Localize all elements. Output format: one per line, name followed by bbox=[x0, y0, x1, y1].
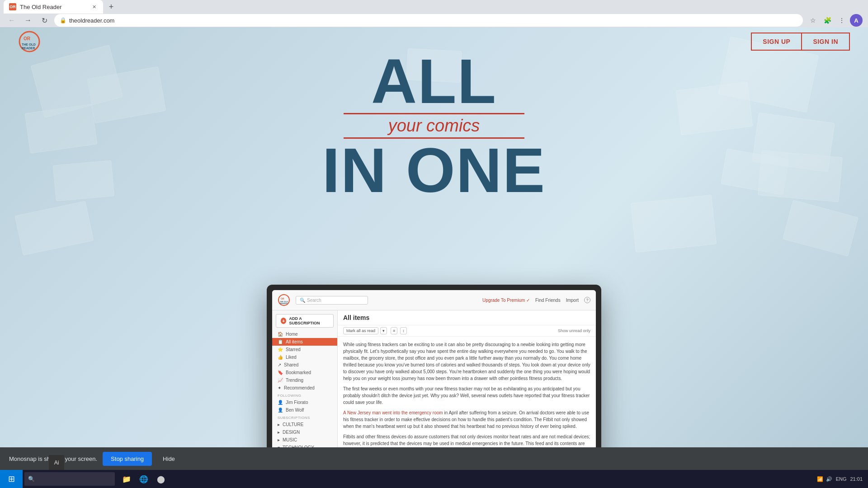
browser-actions: ☆ 🧩 ⋮ A bbox=[807, 14, 863, 27]
add-subscription-label: ADD A SUBSCRIPTION bbox=[289, 316, 329, 325]
subscriptions-section-label: SUBSCRIPTIONS bbox=[272, 414, 337, 421]
import-link[interactable]: Import bbox=[566, 298, 579, 303]
taskbar-language: ENG bbox=[836, 476, 847, 482]
following-section-label: FOLLOWING bbox=[272, 392, 337, 399]
sidebar-item-home[interactable]: 🏠 Home bbox=[272, 330, 337, 338]
sidebar-item-liked[interactable]: 👍 Liked bbox=[272, 353, 337, 361]
content-para-1: While using fitness trackers can be exci… bbox=[343, 341, 590, 382]
signin-button[interactable]: SIGN IN bbox=[801, 33, 850, 51]
logo-icon: OR THE OLD READER bbox=[18, 30, 41, 53]
content-para-3: A New Jersey man went into the emergency… bbox=[343, 409, 590, 430]
upgrade-btn[interactable]: Upgrade To Premium ✓ bbox=[482, 298, 530, 303]
sidebar-item-music[interactable]: ▸ MUSIC bbox=[272, 436, 337, 444]
screenshot-sidebar: + ADD A SUBSCRIPTION 🏠 Home 📋 All items … bbox=[272, 310, 338, 471]
site-nav: OR THE OLD READER SIGN UP SIGN IN bbox=[0, 27, 868, 56]
mark-all-read-btn[interactable]: Mark all as read bbox=[343, 327, 378, 334]
sidebar-item-bookmarked[interactable]: 🔖 Bookmarked bbox=[272, 369, 337, 376]
sidebar-item-trending[interactable]: 📈 Trending bbox=[272, 376, 337, 384]
sidebar-item-design[interactable]: ▸ DESIGN bbox=[272, 428, 337, 436]
screenshot-logo-icon: OR THE OLD READER bbox=[278, 294, 290, 306]
bookmarked-icon: 🔖 bbox=[278, 370, 283, 375]
url-text: theoldreader.com bbox=[69, 17, 114, 24]
taskbar-search[interactable]: 🔍 bbox=[24, 472, 115, 486]
plus-icon: + bbox=[281, 318, 286, 324]
content-link[interactable]: A New Jersey man went into the emergency… bbox=[343, 410, 443, 415]
signup-button[interactable]: SIGN UP bbox=[751, 33, 801, 51]
browser-tab[interactable]: OR The Old Reader ✕ bbox=[4, 0, 103, 14]
tab-title: The Old Reader bbox=[20, 4, 62, 10]
site-logo: OR THE OLD READER bbox=[18, 30, 41, 53]
show-unread-toggle[interactable]: Show unread only bbox=[558, 328, 590, 333]
sidebar-item-recommended[interactable]: ✦ Recommended bbox=[272, 384, 337, 392]
back-btn[interactable]: ← bbox=[5, 14, 18, 27]
system-tray-icons: 📶 🔊 bbox=[817, 476, 832, 482]
screenshot-toolbar: Mark all as read ▾ ≡ ↕ Show unread only bbox=[338, 325, 596, 337]
user-icon-2: 👤 bbox=[278, 408, 283, 413]
volume-icon: 🔊 bbox=[826, 476, 832, 482]
ai-label: Ai bbox=[49, 455, 64, 470]
sharing-bar: Monosnap is sharing your screen. Stop sh… bbox=[0, 447, 868, 470]
screenshot-main-header: All items bbox=[338, 310, 596, 325]
app-screenshot: OR THE OLD READER 🔍 Search Upgrade To Pr… bbox=[267, 285, 601, 471]
taskbar-time: 21:01 bbox=[850, 476, 863, 482]
svg-text:READER: READER bbox=[280, 302, 288, 305]
hero-subtitle: your comics bbox=[0, 116, 868, 136]
hide-sharing-button[interactable]: Hide bbox=[157, 452, 180, 466]
search-placeholder: Search bbox=[307, 298, 321, 303]
sidebar-item-starred[interactable]: ⭐ Starred bbox=[272, 346, 337, 353]
screenshot-logo: OR THE OLD READER bbox=[278, 294, 290, 306]
content-para-2: The first few weeks or even months with … bbox=[343, 385, 590, 406]
reload-btn[interactable]: ↻ bbox=[38, 14, 51, 27]
bookmark-btn[interactable]: ☆ bbox=[807, 14, 819, 27]
address-bar: ← → ↻ 🔒 theoldreader.com ☆ 🧩 ⋮ A bbox=[0, 14, 868, 27]
taskbar-file-explorer[interactable]: 📁 bbox=[118, 470, 135, 488]
view-toggle-btn[interactable]: ≡ bbox=[391, 327, 397, 334]
taskbar: ⊞ 🔍 📁 🌐 ⬤ 📶 🔊 ENG 21:01 bbox=[0, 470, 868, 488]
home-icon: 🏠 bbox=[278, 332, 283, 337]
extensions-btn[interactable]: 🧩 bbox=[821, 14, 834, 27]
taskbar-edge[interactable]: 🌐 bbox=[136, 470, 152, 488]
screenshot-nav-right: Upgrade To Premium ✓ Find Friends Import… bbox=[482, 297, 590, 303]
tab-favicon: OR bbox=[9, 3, 16, 10]
start-button[interactable]: ⊞ bbox=[0, 470, 23, 488]
screenshot-search[interactable]: 🔍 Search bbox=[296, 296, 368, 305]
browser-chrome: OR The Old Reader ✕ + ← → ↻ 🔒 theoldread… bbox=[0, 0, 868, 27]
sidebar-item-jim[interactable]: 👤 Jim Fiorato bbox=[272, 399, 337, 406]
forward-btn[interactable]: → bbox=[22, 14, 34, 27]
sidebar-item-all[interactable]: 📋 All items bbox=[272, 338, 337, 346]
hero-all-text: ALL bbox=[0, 50, 868, 113]
taskbar-chrome[interactable]: ⬤ bbox=[153, 470, 169, 488]
svg-text:READER: READER bbox=[22, 47, 35, 50]
tab-close-btn[interactable]: ✕ bbox=[90, 3, 98, 10]
nav-actions: SIGN UP SIGN IN bbox=[751, 33, 850, 51]
dropdown-btn[interactable]: ▾ bbox=[380, 327, 387, 334]
taskbar-right: 📶 🔊 ENG 21:01 bbox=[817, 476, 868, 482]
feed-title: All items bbox=[343, 314, 369, 321]
profile-btn[interactable]: A bbox=[850, 14, 863, 27]
find-friends-link[interactable]: Find Friends bbox=[535, 298, 561, 303]
help-icon[interactable]: ? bbox=[584, 297, 590, 303]
taskbar-search-icon: 🔍 bbox=[28, 476, 35, 482]
sidebar-item-shared[interactable]: ↗ Shared bbox=[272, 361, 337, 369]
add-subscription-btn[interactable]: + ADD A SUBSCRIPTION bbox=[276, 314, 334, 328]
sidebar-item-culture[interactable]: ▸ CULTURE bbox=[272, 421, 337, 428]
trending-icon: 📈 bbox=[278, 378, 283, 383]
lock-icon: 🔒 bbox=[60, 17, 66, 23]
screenshot-main: All items Mark all as read ▾ ≡ ↕ Show un… bbox=[338, 310, 596, 471]
network-icon: 📶 bbox=[817, 476, 823, 482]
starred-icon: ⭐ bbox=[278, 347, 283, 352]
stop-sharing-button[interactable]: Stop sharing bbox=[103, 452, 152, 466]
sort-btn[interactable]: ↕ bbox=[400, 327, 407, 334]
taskbar-icons: 📁 🌐 ⬤ bbox=[118, 470, 169, 488]
new-tab-btn[interactable]: + bbox=[105, 0, 118, 13]
user-icon: 👤 bbox=[278, 400, 283, 405]
url-bar[interactable]: 🔒 theoldreader.com bbox=[54, 14, 803, 27]
shared-icon: ↗ bbox=[278, 362, 281, 367]
page-content: OR THE OLD READER SIGN UP SIGN IN ALL yo… bbox=[0, 27, 868, 471]
screenshot-header: OR THE OLD READER 🔍 Search Upgrade To Pr… bbox=[272, 290, 596, 310]
sidebar-item-ben[interactable]: 👤 Ben Wolf bbox=[272, 406, 337, 414]
svg-text:OR: OR bbox=[24, 36, 31, 41]
menu-btn[interactable]: ⋮ bbox=[835, 14, 848, 27]
screenshot-inner: OR THE OLD READER 🔍 Search Upgrade To Pr… bbox=[272, 290, 596, 471]
hero-in-one-text: IN ONE bbox=[0, 139, 868, 202]
